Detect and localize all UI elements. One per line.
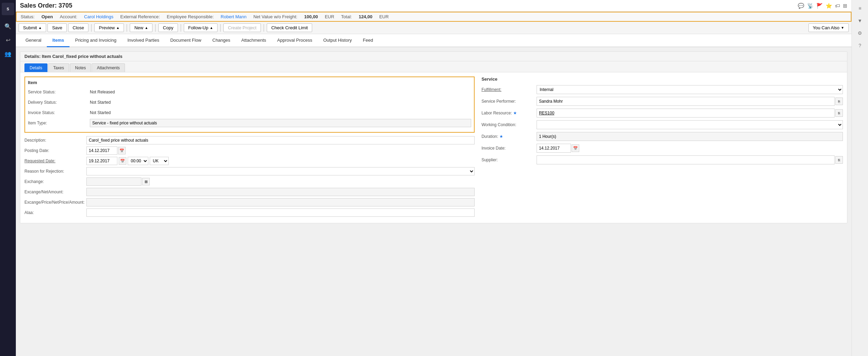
grid-icon[interactable]: ⊞ [843,3,847,9]
rss-icon[interactable]: 📡 [807,3,814,9]
labor-resource-label: Labor Resource: ★ [481,111,537,115]
right-panel-icon-3[interactable]: ⚙ [855,28,866,39]
separator-1 [91,24,92,32]
working-condition-label: Working Condition: [481,122,537,127]
tab-general[interactable]: General [20,34,47,47]
tab-attachments[interactable]: Attachments [236,34,272,47]
tab-involved[interactable]: Involved Parties [122,34,165,47]
sub-tab-attachments[interactable]: Attachments [92,63,125,72]
close-button[interactable]: Close [68,23,88,32]
you-can-also-button[interactable]: You Can Also ▼ [808,23,849,32]
separator-5 [220,24,221,32]
account-link[interactable]: Carol Holdings [84,14,113,19]
labor-resource-input[interactable] [537,109,835,118]
right-panel-icon-2[interactable]: ▼ [855,15,866,26]
sub-tab-details[interactable]: Details [24,63,47,72]
tab-items[interactable]: Items [47,34,70,47]
new-button[interactable]: New ▲ [130,23,152,32]
labor-resource-copy-btn[interactable]: ⎘ [835,109,843,117]
rejection-label: Reason for Rejection: [24,169,86,174]
requested-date-label[interactable]: Requested Date: [24,159,86,163]
requested-tz-select[interactable]: UK [150,157,169,165]
duration-input[interactable] [537,132,843,141]
form-left: Item Service Status: Not Released Delive… [24,77,475,219]
item-type-row: Item Type: [28,119,471,127]
back-icon[interactable]: ↩ [2,34,13,45]
service-performer-copy-btn[interactable]: ⎘ [835,98,843,105]
service-status-row: Service Status: Not Released [28,88,471,96]
exchange-row: Exchange: ⊞ [24,177,475,186]
invoice-date-row: Invoice Date: 📅 [481,144,843,153]
exchange-net-input[interactable] [86,188,475,196]
invoice-date-label: Invoice Date: [481,146,537,151]
supplier-row: Supplier: ⎘ [481,155,843,164]
create-project-button[interactable]: Create Project [223,23,261,32]
separator-2 [127,24,127,32]
followup-button[interactable]: Follow-Up ▲ [184,23,218,32]
right-panel-icon-4[interactable]: ? [855,40,866,51]
labor-required-icon: ★ [513,111,517,115]
tab-output[interactable]: Output History [318,34,357,47]
service-status-value: Not Released [90,90,471,94]
description-input[interactable] [86,136,475,144]
sub-tab-notes[interactable]: Notes [70,63,91,72]
item-type-input[interactable] [90,119,471,127]
exchange-label: Exchange: [24,179,86,184]
followup-arrow-icon: ▲ [210,26,213,30]
item-type-label: Item Type: [28,121,90,125]
alaa-input[interactable] [86,208,475,217]
fulfillment-select[interactable]: Internal [537,85,843,94]
tab-changes[interactable]: Changes [207,34,236,47]
fulfillment-wrap: Internal [537,85,843,94]
preview-button[interactable]: Preview ▲ [94,23,124,32]
flag-icon[interactable]: 🚩 [816,3,823,9]
search-icon[interactable]: 🔍 [2,21,13,32]
invoice-date-input[interactable] [537,144,571,153]
requested-date-calendar-btn[interactable]: 📅 [119,157,126,165]
check-credit-button[interactable]: Check Credit Limit [267,23,312,32]
details-header: Details: Item Carol_fixed price without … [20,52,847,61]
working-condition-select[interactable] [537,120,843,129]
copy-button[interactable]: Copy [158,23,178,32]
header-icons: 💬 📡 🚩 ⭐ 🏷 ⊞ [798,3,847,9]
tab-pricing[interactable]: Pricing and Invoicing [70,34,122,47]
tab-docflow[interactable]: Document Flow [165,34,207,47]
requested-time-select[interactable]: 00:00 [128,157,148,165]
right-panel-icon-1[interactable]: ≡ [855,3,866,14]
new-arrow-icon: ▲ [145,26,148,30]
preview-arrow-icon: ▲ [116,26,120,30]
service-section-title: Service [481,77,843,82]
sub-tab-taxes[interactable]: Taxes [48,63,69,72]
supplier-wrap: ⎘ [537,155,843,164]
star-icon[interactable]: ⭐ [826,3,832,9]
tag-icon[interactable]: 🏷 [835,3,840,9]
form-content: Item Service Status: Not Released Delive… [20,72,847,223]
service-performer-input[interactable] [537,97,835,106]
status-value: Open [41,14,53,19]
service-performer-label: Service Performer: [481,99,537,104]
tab-approval[interactable]: Approval Process [272,34,318,47]
supplier-copy-btn[interactable]: ⎘ [835,156,843,164]
working-condition-wrap [537,120,843,129]
description-row: Description: [24,136,475,144]
posting-date-label: Posting Date: [24,148,86,153]
exchange-input[interactable] [86,177,141,186]
supplier-input[interactable] [537,155,835,164]
delivery-status-label: Delivery Status: [28,100,90,105]
comment-icon[interactable]: 💬 [798,3,804,9]
fulfillment-label[interactable]: Fulfillment: [481,87,537,92]
exchange-price-input[interactable] [86,198,475,206]
submit-button[interactable]: Submit ▲ [19,23,46,32]
posting-date-input[interactable] [86,146,117,155]
posting-date-calendar-btn[interactable]: 📅 [118,147,126,154]
exchange-btn[interactable]: ⊞ [142,178,150,185]
invoice-date-calendar-btn[interactable]: 📅 [572,144,579,152]
delivery-status-row: Delivery Status: Not Started [28,98,471,106]
users-icon[interactable]: 👥 [2,48,13,59]
tab-feed[interactable]: Feed [357,34,379,47]
save-button[interactable]: Save [47,23,67,32]
rejection-select[interactable] [86,167,475,175]
alaa-row: Alaa: [24,208,475,217]
employee-link[interactable]: Robert Mann [221,14,246,19]
requested-date-input[interactable] [86,157,117,165]
